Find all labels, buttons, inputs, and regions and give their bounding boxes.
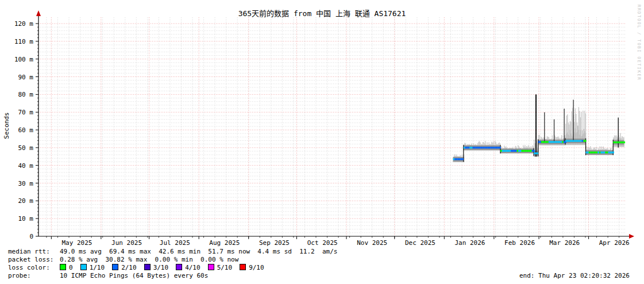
loss-color-entries: 01/102/103/104/105/109/10	[60, 264, 272, 272]
y-axis-label: Seconds	[3, 106, 10, 146]
svg-text:Feb 2026: Feb 2026	[504, 239, 535, 247]
end-timestamp: end: Thu Apr 23 02:20:32 2026	[519, 272, 630, 279]
grid-minor-lines	[38, 17, 625, 236]
svg-text:Oct 2025: Oct 2025	[307, 239, 338, 247]
loss-color-entry: 4/10	[176, 264, 200, 271]
probe-value: 10 ICMP Echo Pings (64 Bytes) every 60s	[60, 272, 208, 280]
svg-text:90 m: 90 m	[18, 74, 34, 81]
svg-text:Jul 2025: Jul 2025	[160, 239, 190, 247]
loss-color-swatch	[240, 264, 246, 270]
loss-color-entry: 0	[60, 264, 73, 271]
svg-text:Mar 2026: Mar 2026	[549, 239, 580, 247]
probe-row: probe:10 ICMP Echo Pings (64 Bytes) ever…	[8, 272, 337, 280]
loss-color-value: 1/10	[90, 264, 105, 271]
chart-title: 365天前的数据 from 中国 上海 联通 AS17621	[0, 7, 644, 18]
tick-labels: 010 m20 m30 m40 m50 m60 m70 m80 m90 m100…	[14, 20, 630, 247]
latency-chart-canvas: 010 m20 m30 m40 m50 m60 m70 m80 m90 m100…	[0, 0, 644, 284]
loss-color-entry: 3/10	[144, 264, 169, 271]
median-rtt-row: median rtt:49.0 ms avg 69.4 ms max 42.6 …	[8, 248, 337, 256]
loss-color-swatch	[112, 264, 118, 270]
svg-text:Aug 2025: Aug 2025	[209, 239, 240, 247]
loss-color-entry: 5/10	[208, 264, 233, 271]
svg-text:Nov 2025: Nov 2025	[357, 239, 387, 247]
packet-loss-label: packet loss:	[8, 256, 60, 264]
packet-loss-values: 0.28 % avg 30.82 % max 0.00 % min 0.00 %…	[60, 256, 238, 264]
loss-color-swatch	[144, 264, 151, 270]
svg-text:Jun 2025: Jun 2025	[111, 239, 142, 247]
loss-color-value: 3/10	[153, 264, 169, 271]
loss-color-label: loss color:	[8, 264, 60, 272]
svg-text:80 m: 80 m	[18, 91, 34, 98]
probe-label: probe:	[8, 272, 60, 280]
loss-color-swatch	[208, 264, 214, 270]
loss-color-swatch	[176, 264, 182, 270]
svg-text:120 m: 120 m	[14, 20, 33, 28]
packet-loss-row: packet loss:0.28 % avg 30.82 % max 0.00 …	[8, 256, 337, 264]
median-rtt-label: median rtt:	[8, 248, 60, 256]
loss-color-entry: 9/10	[240, 264, 264, 271]
svg-text:60 m: 60 m	[18, 126, 34, 134]
loss-color-swatch	[80, 264, 87, 270]
rrdtool-watermark: RRDTOOL / TOBI OETIKER	[637, 5, 642, 80]
svg-text:70 m: 70 m	[18, 109, 34, 116]
loss-color-value: 9/10	[249, 264, 264, 271]
loss-color-value: 2/10	[121, 264, 137, 271]
svg-text:50 m: 50 m	[18, 144, 34, 152]
stats-legend: median rtt:49.0 ms avg 69.4 ms max 42.6 …	[8, 248, 337, 280]
loss-color-entry: 2/10	[112, 264, 137, 271]
svg-text:Dec 2025: Dec 2025	[405, 239, 435, 247]
loss-color-value: 4/10	[185, 264, 200, 271]
svg-text:Apr 2026: Apr 2026	[599, 239, 630, 247]
svg-text:May 2025: May 2025	[62, 239, 92, 247]
svg-text:100 m: 100 m	[14, 56, 33, 63]
loss-color-entry: 1/10	[80, 264, 105, 271]
svg-text:20 m: 20 m	[18, 197, 34, 205]
svg-text:10 m: 10 m	[18, 215, 34, 222]
svg-text:30 m: 30 m	[18, 180, 34, 187]
svg-text:Jan 2026: Jan 2026	[454, 239, 485, 247]
smokeping-graph: 010 m20 m30 m40 m50 m60 m70 m80 m90 m100…	[0, 0, 644, 284]
grid-major-lines	[38, 17, 625, 236]
svg-text:0: 0	[29, 233, 33, 240]
loss-color-value: 5/10	[217, 264, 233, 271]
svg-text:110 m: 110 m	[14, 38, 33, 45]
median-rtt-values: 49.0 ms avg 69.4 ms max 42.6 ms min 51.7…	[60, 248, 337, 256]
loss-color-swatch	[60, 264, 66, 270]
svg-text:Sep 2025: Sep 2025	[259, 239, 290, 247]
loss-color-row: loss color:01/102/103/104/105/109/10	[8, 264, 337, 272]
loss-color-value: 0	[69, 264, 73, 271]
svg-text:40 m: 40 m	[18, 162, 34, 170]
